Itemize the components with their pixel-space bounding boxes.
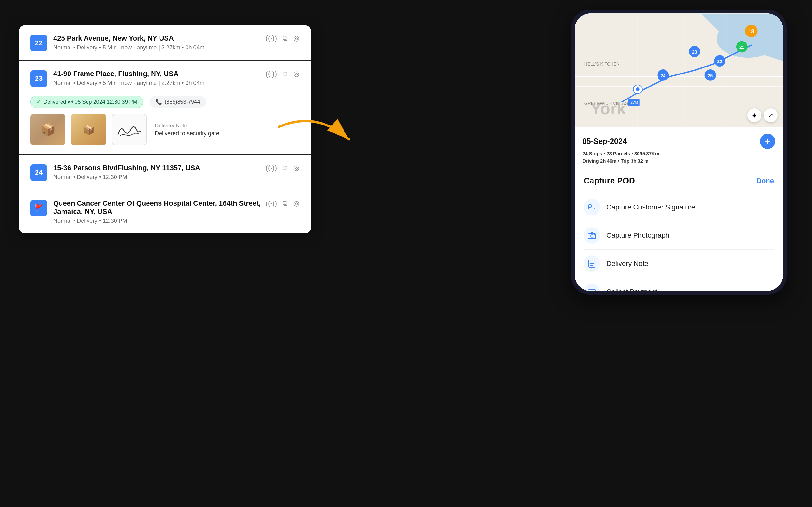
phone-badge-23[interactable]: 📞 (885)853-7944 xyxy=(150,96,206,108)
copy-icon-22[interactable]: ⧉ xyxy=(283,34,288,43)
delivery-item-22: 22 425 Park Avenue, New York, NY USA Nor… xyxy=(19,25,311,61)
meta-24: Normal • Delivery • 12:30 PM xyxy=(53,174,200,181)
item-actions-22: ((·)) ⧉ ◎ xyxy=(266,34,299,43)
delivery-list: 22 425 Park Avenue, New York, NY USA Nor… xyxy=(19,25,311,233)
map-area: HELL'S KITCHEN GREENWICH VILLAGE 278 18 … xyxy=(575,13,783,127)
route-stats: 24 Stops • 23 Parcels • 3095.37Km xyxy=(582,151,775,156)
capture-photo-label: Capture Photograph xyxy=(606,231,669,239)
copy-icon-flag[interactable]: ⧉ xyxy=(283,199,288,208)
location-icon-23[interactable]: ◎ xyxy=(293,70,299,78)
capture-signature-item[interactable]: Capture Customer Signature xyxy=(583,193,774,222)
item-actions-23: ((·)) ⧉ ◎ xyxy=(266,70,299,78)
delivery-item-24: 24 15-36 Parsons BlvdFlushing, NY 11357,… xyxy=(19,155,311,190)
pod-row-23: Delivery Note: Delivered to security gat… xyxy=(31,114,299,146)
svg-text:21: 21 xyxy=(740,45,745,50)
svg-text:25: 25 xyxy=(708,73,713,78)
location-icon-24[interactable]: ◎ xyxy=(293,164,299,172)
info-bar: 05-Sep-2024 + 24 Stops • 23 Parcels • 30… xyxy=(575,127,783,168)
location-icon-flag[interactable]: ◎ xyxy=(293,199,299,208)
location-icon-22[interactable]: ◎ xyxy=(293,34,299,43)
capture-pod-title: Capture POD xyxy=(583,176,635,186)
address-flag: Queen Cancer Center Of Queens Hospital C… xyxy=(53,199,266,216)
camera-icon xyxy=(583,227,600,244)
copy-icon-24[interactable]: ⧉ xyxy=(283,164,288,172)
delivery-note-item[interactable]: Delivery Note xyxy=(583,250,774,278)
svg-point-32 xyxy=(594,234,595,235)
add-stop-button[interactable]: + xyxy=(760,134,775,149)
locate-btn[interactable]: ⊕ xyxy=(747,108,761,122)
stop-number-22: 22 xyxy=(31,35,47,51)
svg-text:23: 23 xyxy=(692,49,697,55)
meta-23: Normal • Delivery • 5 Min | now - anytim… xyxy=(53,80,204,87)
signal-icon-23[interactable]: ((·)) xyxy=(266,70,277,78)
capture-signature-label: Capture Customer Signature xyxy=(606,203,695,211)
note-svg-icon xyxy=(588,259,596,268)
payment-icon xyxy=(583,284,600,291)
phone-mockup: HELL'S KITCHEN GREENWICH VILLAGE 278 18 … xyxy=(571,9,786,295)
pod-image-2[interactable] xyxy=(71,114,106,146)
delivery-item-flag: 🚩 Queen Cancer Center Of Queens Hospital… xyxy=(19,190,311,233)
delivery-item-23: 23 41-90 Frame Place, Flushing, NY, USA … xyxy=(19,61,311,155)
pod-image-1[interactable] xyxy=(31,114,65,146)
stop-number-flag: 🚩 xyxy=(31,200,47,216)
check-icon-23: ✓ xyxy=(37,99,41,105)
signal-icon-24[interactable]: ((·)) xyxy=(266,164,277,172)
meta-flag: Normal • Delivery • 12:30 PM xyxy=(53,218,266,224)
driving-stats: Driving 2h 46m • Trip 3h 32 m xyxy=(582,158,775,164)
signature-svg xyxy=(115,118,143,141)
camera-svg-icon xyxy=(588,231,596,240)
svg-text:18: 18 xyxy=(749,29,754,34)
meta-22: Normal • Delivery • 5 Min | now - anytim… xyxy=(53,44,204,51)
phone-icon-23: 📞 xyxy=(155,99,162,105)
delivery-note-label: Delivery Note xyxy=(606,260,648,268)
delivered-badge-23: ✓ Delivered @ 05 Sep 2024 12:30:39 PM xyxy=(31,96,143,108)
signature-svg-icon xyxy=(588,203,596,212)
address-23: 41-90 Frame Place, Flushing, NY, USA xyxy=(53,70,204,78)
capture-pod-panel: Capture POD Done Capture Customer Signat… xyxy=(575,168,783,291)
signal-icon-22[interactable]: ((·)) xyxy=(266,34,277,43)
copy-icon-23[interactable]: ⧉ xyxy=(283,70,288,78)
address-22: 425 Park Avenue, New York, NY USA xyxy=(53,34,204,43)
item-actions-24: ((·)) ⧉ ◎ xyxy=(266,164,299,172)
capture-photo-item[interactable]: Capture Photograph xyxy=(583,222,774,250)
svg-text:278: 278 xyxy=(630,100,638,105)
expand-btn[interactable]: ⤢ xyxy=(764,108,778,122)
stop-number-24: 24 xyxy=(31,164,47,181)
item-actions-flag: ((·)) ⧉ ◎ xyxy=(266,199,299,208)
collect-payment-item[interactable]: Collect Payment xyxy=(583,278,774,291)
signature-icon xyxy=(583,199,600,216)
svg-point-27 xyxy=(636,88,640,91)
signal-icon-flag[interactable]: ((·)) xyxy=(266,199,277,208)
capture-header: Capture POD Done xyxy=(583,176,774,186)
svg-text:York: York xyxy=(591,100,626,118)
svg-rect-37 xyxy=(588,290,596,291)
svg-text:HELL'S KITCHEN: HELL'S KITCHEN xyxy=(584,61,620,66)
signature-box-23[interactable] xyxy=(112,114,147,146)
done-button[interactable]: Done xyxy=(757,177,774,185)
map-controls: ⊕ ⤢ xyxy=(747,108,778,122)
svg-text:24: 24 xyxy=(661,73,666,78)
stop-number-23: 23 xyxy=(31,70,47,87)
delivery-note-23: Delivery Note: Delivered to security gat… xyxy=(155,123,219,137)
phone-screen: HELL'S KITCHEN GREENWICH VILLAGE 278 18 … xyxy=(575,13,783,291)
collect-payment-label: Collect Payment xyxy=(606,288,657,291)
svg-text:22: 22 xyxy=(717,59,722,64)
note-icon xyxy=(583,256,600,272)
svg-point-31 xyxy=(591,235,593,237)
payment-svg-icon xyxy=(588,287,596,291)
address-24: 15-36 Parsons BlvdFlushing, NY 11357, US… xyxy=(53,164,200,172)
route-date: 05-Sep-2024 xyxy=(582,137,627,146)
flag-icon: 🚩 xyxy=(35,204,43,212)
